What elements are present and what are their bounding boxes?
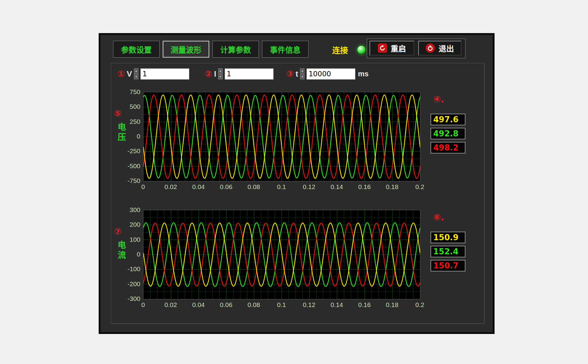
x-tick-label: 0.2 xyxy=(415,183,424,191)
tab-bar: 参数设置 测量波形 计算参数 事件信息 xyxy=(113,41,309,58)
y-tick-label: 750 xyxy=(130,88,140,96)
header-button-group: 重启 退出 xyxy=(367,39,465,58)
voltage-scale-control: ① V ▲ ▼ xyxy=(117,67,192,80)
y-tick-label: 0 xyxy=(137,251,140,258)
badge-2: ② xyxy=(205,70,212,78)
time-control: ③ t ▲ ▼ ms xyxy=(286,67,369,80)
exit-button-label: 退出 xyxy=(438,43,454,54)
voltage-readout-phase-b: 492.8 xyxy=(431,128,465,139)
restart-icon xyxy=(378,44,387,53)
x-tick-label: 0.14 xyxy=(331,301,343,309)
y-tick-label: 0 xyxy=(137,133,140,140)
x-tick-label: 0.1 xyxy=(277,183,286,191)
app-window: 参数设置 测量波形 计算参数 事件信息 连接 重启 退出 ① V ▲ ▼ xyxy=(99,33,495,334)
badge-3: ③ xyxy=(286,70,294,78)
y-tick-label: 300 xyxy=(130,206,140,214)
x-tick-label: 0.16 xyxy=(358,301,371,309)
connection-label: 连接 xyxy=(332,44,348,55)
x-tick-label: 0.02 xyxy=(165,183,177,191)
current-waveform-plot xyxy=(143,210,420,299)
current-readout-phase-b: 152.4 xyxy=(431,246,465,257)
exit-button[interactable]: 退出 xyxy=(418,41,461,55)
y-tick-label: -200 xyxy=(127,280,140,288)
voltage-x-axis-ticks: 00.020.040.060.080.10.120.140.160.180.2 xyxy=(143,183,420,191)
ms-unit-label: ms xyxy=(358,70,369,78)
y-tick-label: -300 xyxy=(127,295,140,302)
x-tick-label: 0.08 xyxy=(248,301,260,309)
y-tick-label: 200 xyxy=(130,221,140,228)
y-tick-label: -100 xyxy=(127,265,140,273)
t-spinner[interactable]: ▲ ▼ xyxy=(300,68,305,79)
y-tick-label: 100 xyxy=(130,236,140,243)
i-spinner[interactable]: ▲ ▼ xyxy=(218,68,223,79)
x-tick-label: 0.18 xyxy=(386,183,398,191)
tab-calculation-parameters[interactable]: 计算参数 xyxy=(212,41,259,58)
v-input[interactable] xyxy=(140,68,189,80)
v-spinner[interactable]: ▲ ▼ xyxy=(134,68,138,79)
spinner-down-icon[interactable]: ▼ xyxy=(134,74,138,80)
x-tick-label: 0.18 xyxy=(386,301,398,309)
spinner-up-icon[interactable]: ▲ xyxy=(134,68,138,74)
x-tick-label: 0.12 xyxy=(303,183,315,191)
current-scale-control: ② I ▲ ▼ xyxy=(205,67,276,80)
y-tick-label: 500 xyxy=(130,103,140,110)
x-tick-label: 0.1 xyxy=(277,301,286,309)
current-y-axis-ticks: 3002001000-100-200-300 xyxy=(115,210,142,299)
x-tick-label: 0.06 xyxy=(220,183,232,191)
spinner-up-icon[interactable]: ▲ xyxy=(218,68,223,74)
voltage-waveform-plot xyxy=(143,92,420,181)
x-tick-label: 0.14 xyxy=(331,183,343,191)
i-label: I xyxy=(214,69,216,79)
y-tick-label: -500 xyxy=(127,162,140,170)
voltage-readout-phase-a: 497.6 xyxy=(431,114,465,125)
x-tick-label: 0.16 xyxy=(358,183,371,191)
current-readout-phase-c: 150.7 xyxy=(431,260,465,271)
y-tick-label: -250 xyxy=(127,147,140,155)
spinner-down-icon[interactable]: ▼ xyxy=(218,74,223,80)
tab-measurement-waveform[interactable]: 测量波形 xyxy=(163,41,209,58)
tab-event-information[interactable]: 事件信息 xyxy=(262,41,309,58)
voltage-readout-value: 498.2 xyxy=(433,144,458,152)
current-readout-phase-a: 150.9 xyxy=(431,232,465,243)
voltage-waveform-svg xyxy=(143,92,420,181)
current-readout-value: 150.7 xyxy=(433,262,458,270)
badge-4: ④. xyxy=(433,95,444,104)
x-tick-label: 0 xyxy=(141,301,145,309)
current-waveform-svg xyxy=(143,210,420,299)
spinner-down-icon[interactable]: ▼ xyxy=(300,74,305,80)
current-x-axis-ticks: 00.020.040.060.080.10.120.140.160.180.2 xyxy=(143,301,420,309)
voltage-chart-block: ⑤ 电压 7505002500-250-500-750 00.020.040.0… xyxy=(111,90,480,193)
t-input[interactable] xyxy=(306,68,355,80)
spinner-up-icon[interactable]: ▲ xyxy=(300,68,305,74)
current-readout-value: 150.9 xyxy=(433,233,458,241)
voltage-y-axis-ticks: 7505002500-250-500-750 xyxy=(115,92,142,181)
v-label: V xyxy=(127,69,132,79)
i-input[interactable] xyxy=(225,68,274,80)
restart-button-label: 重启 xyxy=(391,43,406,54)
x-tick-label: 0.04 xyxy=(192,183,205,191)
current-chart-block: ⑦ 电流 3002001000-100-200-300 00.020.040.0… xyxy=(111,208,480,311)
voltage-readout-phase-c: 498.2 xyxy=(431,142,465,154)
power-icon xyxy=(426,44,435,53)
t-label: t xyxy=(296,69,298,79)
tab-parameter-settings[interactable]: 参数设置 xyxy=(113,41,160,58)
badge-6: ⑥. xyxy=(433,213,444,222)
badge-1: ① xyxy=(117,70,125,78)
current-readout-value: 152.4 xyxy=(433,248,458,256)
voltage-readout-value: 497.6 xyxy=(433,116,458,123)
x-tick-label: 0.2 xyxy=(415,301,424,309)
y-tick-label: 250 xyxy=(130,118,140,125)
restart-button[interactable]: 重启 xyxy=(370,41,414,55)
connection-led-icon xyxy=(357,45,366,55)
x-tick-label: 0.06 xyxy=(220,301,232,309)
x-tick-label: 0 xyxy=(141,183,145,191)
x-tick-label: 0.08 xyxy=(248,183,260,191)
y-tick-label: -750 xyxy=(127,177,140,184)
x-tick-label: 0.12 xyxy=(303,301,315,309)
voltage-readout-value: 492.8 xyxy=(433,130,458,138)
x-tick-label: 0.02 xyxy=(165,301,177,309)
x-tick-label: 0.04 xyxy=(192,301,205,309)
